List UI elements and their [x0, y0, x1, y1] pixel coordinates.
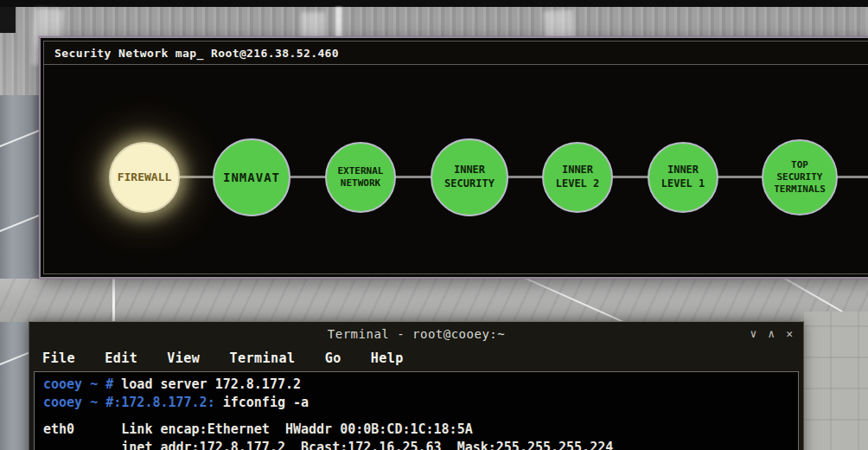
network-node-inmavat[interactable]: INMAVAT — [213, 138, 290, 216]
menu-item-edit[interactable]: Edit — [105, 350, 137, 366]
terminal-titlebar[interactable]: Terminal - root@cooey:~ ∨∧✕ — [29, 322, 803, 345]
security-map-title: Security Network map_ Root@216.38.52.460 — [44, 47, 339, 60]
terminal-line: cooey ~ #:172.8.177.2: ifconfig -a — [43, 394, 798, 412]
terminal-line: eth0 Link encap:Ethernet HWaddr 00:0B:CD… — [43, 421, 798, 439]
backdrop-vertical-line — [112, 279, 115, 322]
terminal-line: inet addr:172.8.177.2 Bcast:172.16.25.63… — [43, 439, 798, 450]
backdrop-arc-line — [515, 273, 635, 328]
menu-item-file[interactable]: File — [42, 350, 75, 366]
terminal-window: Terminal - root@cooey:~ ∨∧✕ FileEditView… — [29, 321, 804, 450]
desktop: { "map_window": { "title": "Security Net… — [0, 0, 868, 450]
terminal-console[interactable]: cooey ~ # load server 172.8.177.2cooey ~… — [34, 371, 799, 450]
security-map-window: Security Network map_ Root@216.38.52.460… — [39, 36, 868, 279]
backdrop-right-panel — [804, 312, 868, 450]
network-node-inner-level-2[interactable]: INNERLEVEL 2 — [542, 142, 613, 213]
menu-item-terminal[interactable]: Terminal — [229, 350, 295, 366]
terminal-menubar: FileEditViewTerminalGoHelp — [29, 345, 803, 370]
network-node-firewall[interactable]: FIREWALL — [109, 142, 180, 213]
network-node-inner-security[interactable]: INNERSECURITY — [431, 138, 508, 216]
terminal-line: cooey ~ # load server 172.8.177.2 — [43, 376, 798, 394]
maximize-button[interactable]: ∧ — [768, 328, 775, 339]
backdrop-middle-band — [0, 279, 868, 322]
backdrop-corner-block — [0, 7, 16, 33]
security-map-titlebar[interactable]: Security Network map_ Root@216.38.52.460 — [44, 42, 868, 65]
minimize-button[interactable]: ∨ — [750, 328, 757, 339]
menu-item-help[interactable]: Help — [371, 350, 404, 366]
security-map-frame: Security Network map_ Root@216.38.52.460… — [43, 41, 868, 274]
terminal-window-controls: ∨∧✕ — [750, 322, 793, 345]
network-map-canvas: FIREWALLINMAVATEXTERNALNETWORKINNERSECUR… — [44, 65, 868, 273]
close-button[interactable]: ✕ — [786, 328, 793, 339]
menu-item-view[interactable]: View — [167, 350, 200, 366]
network-node-top-security-terminals[interactable]: TOPSECURITYTERMINALS — [762, 139, 838, 215]
terminal-title: Terminal - root@cooey:~ — [29, 327, 803, 341]
backdrop-top-bar — [0, 0, 868, 7]
network-node-external-network[interactable]: EXTERNALNETWORK — [325, 142, 396, 213]
network-node-inner-level-1[interactable]: INNERLEVEL 1 — [648, 142, 718, 213]
menu-item-go[interactable]: Go — [325, 350, 341, 366]
terminal-line — [43, 412, 798, 421]
